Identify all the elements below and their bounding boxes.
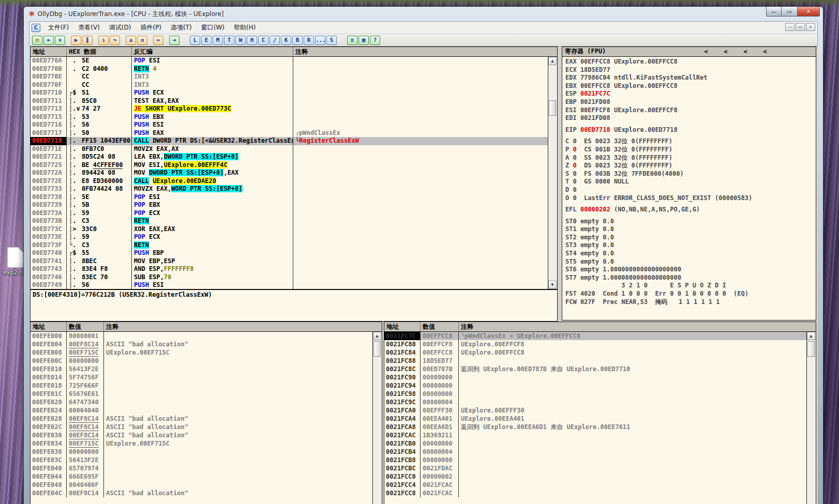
stack-row[interactable]: 0021FC8818D5ED77 bbox=[384, 357, 816, 365]
stack-row[interactable]: 0021FC7C00EFFCC8└pWndClassEx = UExplore.… bbox=[384, 332, 816, 340]
dump-row[interactable]: 00EFE00800EF715CUExplore.00EF715C bbox=[31, 348, 382, 357]
scroll-up-icon[interactable]: ▲ bbox=[548, 57, 557, 65]
maximize-button[interactable]: ▭ bbox=[782, 7, 797, 17]
disasm-row[interactable]: 00ED7711│.85C0TEST EAX,EAX bbox=[31, 97, 557, 105]
execute-till-return-button[interactable]: ↦ bbox=[153, 36, 163, 45]
register-line[interactable]: EFL 00000202 (NO,NB,NE,A,NS,PO,GE,G) bbox=[565, 206, 816, 214]
child-minimize-button[interactable]: — bbox=[785, 23, 795, 31]
dump-row[interactable]: 00EFE00400EF8C14ASCII "bad allocation" bbox=[31, 340, 382, 348]
register-line[interactable]: ST2 empty 0.0 bbox=[565, 234, 816, 242]
disasm-row[interactable]: 00ED7738│.5EPOP ESI bbox=[31, 193, 557, 202]
view-handles-button[interactable]: H bbox=[247, 36, 257, 45]
restart-button[interactable]: ↞ bbox=[43, 36, 54, 45]
child-close-button[interactable]: × bbox=[806, 23, 815, 31]
go-to-button[interactable]: ⇥ bbox=[169, 36, 179, 45]
dump-row[interactable]: 00EFE0480040406F bbox=[31, 481, 382, 489]
register-line[interactable]: ST5 empty 0.0 bbox=[565, 258, 816, 266]
close-button[interactable]: × bbox=[797, 7, 820, 17]
register-line[interactable]: ST7 empty 1.0000000000000000000 bbox=[565, 274, 816, 282]
disasm-row[interactable]: 00ED7710┌$51PUSH ECX bbox=[31, 89, 557, 97]
register-line[interactable]: EIP 00ED7718 UExplore.00ED7718 bbox=[565, 126, 816, 134]
cpu-child-window-icon[interactable]: C bbox=[32, 24, 40, 32]
scroll-up-icon[interactable]: ▲ bbox=[807, 332, 815, 340]
stack-scroll-thumb[interactable] bbox=[807, 341, 815, 357]
view-executables-button[interactable]: E bbox=[201, 36, 212, 45]
dump-row[interactable]: 00EFE0145F74756F bbox=[31, 373, 382, 381]
stack-row[interactable]: 0021FC8400EFFCC8UExplore.00EFFCC8 bbox=[384, 348, 816, 357]
dump-row[interactable]: 00EFE018725F666F bbox=[31, 381, 382, 390]
disasm-row[interactable]: 00ED773B│.C3RETN bbox=[31, 217, 557, 225]
dump-row[interactable]: 00EFE02064747340 bbox=[31, 398, 382, 406]
view-source-button[interactable]: S bbox=[326, 36, 337, 45]
dump-scrollbar[interactable]: ▲ bbox=[372, 332, 382, 504]
view-log-button[interactable]: L bbox=[190, 36, 200, 45]
stack-header-value[interactable]: 数值 bbox=[421, 322, 459, 331]
register-line[interactable]: ST4 empty 0.0 bbox=[565, 250, 816, 258]
view-patches-button[interactable]: / bbox=[269, 36, 280, 45]
disasm-row[interactable]: 00ED773A│.59POP ECX bbox=[31, 209, 557, 218]
disasm-header-address[interactable]: 地址 bbox=[31, 47, 67, 56]
dump-scroll-thumb[interactable] bbox=[373, 341, 381, 357]
stack-row[interactable]: 0021FC8C00ED787B返回到 UExplore.00ED787B 来自… bbox=[384, 365, 816, 373]
register-line[interactable]: EDI 0021FD08 bbox=[565, 114, 816, 123]
view-references-button[interactable]: R bbox=[304, 36, 314, 45]
stack-row[interactable]: 0021FCA400EEA401UExplore.00EEA401 bbox=[384, 415, 816, 423]
register-line[interactable]: ECX 18D5ED77 bbox=[565, 66, 816, 74]
view-cpu-button[interactable]: C bbox=[258, 36, 268, 45]
disasm-row[interactable]: 00ED7743│.83E4 F8AND ESP,FFFFFFF8 bbox=[31, 265, 557, 273]
disasm-row[interactable]: 00ED7717│.50PUSH EAX┌pWndClassEx bbox=[31, 129, 557, 138]
dump-row[interactable]: 00EFE04C00EF8C14ASCII "bad allocation" bbox=[31, 489, 382, 497]
stack-row[interactable]: 0021FCAC1B369211 bbox=[384, 431, 816, 439]
child-restore-button[interactable]: ▭ bbox=[796, 23, 805, 31]
disasm-row[interactable]: 00ED771E│.0FB7C0MOVZX EAX,AX bbox=[31, 145, 557, 154]
register-line[interactable]: EBX 00EFFCC8 UExplore.00EFFCC8 bbox=[565, 82, 816, 90]
register-line[interactable]: ST1 empty 0.0 bbox=[565, 225, 816, 234]
dump-row[interactable]: 00EFE03000EF8C14ASCII "bad allocation" bbox=[31, 431, 382, 439]
dump-row[interactable]: 00EFE00C00000000 bbox=[31, 357, 382, 365]
dump-row[interactable]: 00EFE03400EF715CUExplore.00EF715C bbox=[31, 439, 382, 448]
disasm-row[interactable]: 00ED772E│.E8 ED360000CALL UExplore.00EDA… bbox=[31, 177, 557, 186]
disasm-row[interactable]: 00ED7749│.56PUSH ESI bbox=[31, 281, 557, 289]
appearance-button[interactable]: ▦ bbox=[358, 36, 369, 45]
register-line[interactable]: EBP 0021FD08 bbox=[565, 98, 816, 106]
menu-window[interactable]: 窗口(W) bbox=[197, 22, 229, 34]
stack-header-comment[interactable]: 注释 bbox=[459, 322, 816, 331]
disasm-row[interactable]: 00ED770FCCINT3 bbox=[31, 81, 557, 89]
register-line[interactable]: ST0 empty 0.0 bbox=[565, 218, 816, 226]
disasm-row[interactable]: 00ED773E│.59POP ECX bbox=[31, 233, 557, 241]
help-button[interactable]: ? bbox=[370, 36, 380, 45]
view-breakpoints-button[interactable]: B bbox=[292, 36, 303, 45]
dump-header-address[interactable]: 地址 bbox=[31, 322, 67, 331]
stack-row[interactable]: 0021FCC000000002 bbox=[384, 472, 816, 481]
disasm-row[interactable]: 00ED7746│.83EC 70SUB ESP,70 bbox=[31, 273, 557, 282]
step-into-button[interactable]: ↴ bbox=[98, 36, 109, 45]
stack-row[interactable]: 0021FC9000000000 bbox=[384, 373, 816, 381]
register-line[interactable]: EDX 77986C04 ntdll.KiFastSystemCallRet bbox=[565, 74, 816, 82]
disasm-row[interactable]: 00ED7741│.8BECMOV EBP,ESP bbox=[31, 257, 557, 266]
dump-row[interactable]: 00EFE02C00EF8C14ASCII "bad allocation" bbox=[31, 423, 382, 431]
stack-row[interactable]: 0021FC9800000000 bbox=[384, 390, 816, 398]
disasm-row[interactable]: 00ED7725│.BE 4CFFEF00MOV ESI,UExplore.00… bbox=[31, 161, 557, 170]
pause-button[interactable]: ∥ bbox=[82, 36, 93, 45]
disasm-header-comment[interactable]: 注释 bbox=[293, 47, 557, 56]
dump-row[interactable]: 00EFE044666E695F bbox=[31, 472, 382, 481]
register-line[interactable]: P 0 CS 001B 32位 0(FFFFFFFF) bbox=[565, 146, 816, 154]
register-line[interactable]: ESI 00EFFCF8 UExplore.00EFFCF8 bbox=[565, 106, 816, 115]
dump-row[interactable]: 00EFE02400004040 bbox=[31, 406, 382, 415]
stack-row[interactable]: 0021FC9400000000 bbox=[384, 381, 816, 390]
disasm-row[interactable]: 00ED7733│.0FB74424 08MOVZX EAX,WORD PTR … bbox=[31, 185, 557, 193]
register-line[interactable]: ST3 empty 0.0 bbox=[565, 241, 816, 250]
disasm-row[interactable]: 00ED7718│.FF15 1043EF00CALL DWORD PTR DS… bbox=[31, 137, 557, 145]
dump-row[interactable]: 00EFE00000000001 bbox=[31, 332, 382, 340]
open-file-button[interactable]: ▤ bbox=[32, 36, 42, 45]
disasm-row[interactable]: 00ED7715│.53PUSH EBX bbox=[31, 113, 557, 121]
dump-header-comment[interactable]: 注释 bbox=[104, 322, 382, 331]
disasm-row[interactable]: 00ED7740┌$55PUSH EBP bbox=[31, 249, 557, 257]
close-program-button[interactable]: × bbox=[55, 36, 65, 45]
stack-row[interactable]: 0021FCB400000004 bbox=[384, 448, 816, 456]
view-call-stack-button[interactable]: K bbox=[281, 36, 291, 45]
menu-file[interactable]: 文件(F) bbox=[43, 22, 73, 34]
minimize-button[interactable]: — bbox=[766, 7, 782, 17]
disasm-row[interactable]: 00ED773F└.C3RETN bbox=[31, 241, 557, 250]
disasm-row[interactable]: 00ED7739│.5BPOP EBX bbox=[31, 201, 557, 209]
